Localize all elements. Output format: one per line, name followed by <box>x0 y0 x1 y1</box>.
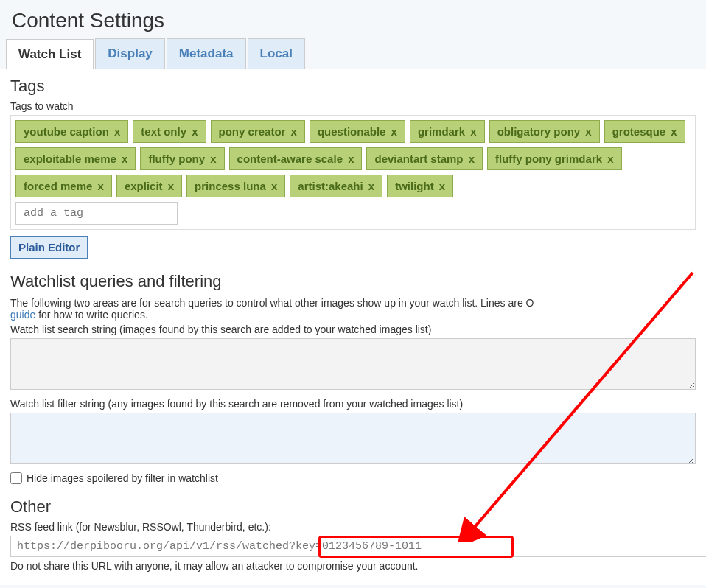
remove-tag-icon[interactable]: x <box>368 180 374 192</box>
remove-tag-icon[interactable]: x <box>114 125 120 138</box>
desc-prefix: The following two areas are for search q… <box>10 297 534 309</box>
remove-tag-icon[interactable]: x <box>348 153 354 165</box>
tabs-bar: Watch List Display Metadata Local <box>6 38 700 69</box>
remove-tag-icon[interactable]: x <box>271 180 277 192</box>
remove-tag-icon[interactable]: x <box>439 180 445 192</box>
tag-chip[interactable]: explicit x <box>116 175 182 197</box>
watch-filter-string-input[interactable] <box>10 413 696 464</box>
tab-display[interactable]: Display <box>95 38 164 69</box>
tag-chip[interactable]: fluffy pony x <box>140 147 224 170</box>
tag-chip[interactable]: content-aware scale x <box>229 147 363 170</box>
tag-chip[interactable]: fluffy pony grimdark x <box>487 147 622 170</box>
add-tag-input[interactable] <box>15 202 178 225</box>
remove-tag-icon[interactable]: x <box>470 125 476 138</box>
remove-tag-icon[interactable]: x <box>391 125 397 138</box>
tag-chip[interactable]: deviantart stamp x <box>366 147 483 170</box>
rss-label: RSS feed link (for Newsblur, RSSOwl, Thu… <box>10 521 696 533</box>
remove-tag-icon[interactable]: x <box>168 180 174 192</box>
search-string-label: Watch list search string (images found b… <box>10 323 696 335</box>
remove-tag-icon[interactable]: x <box>122 153 127 165</box>
tag-chip[interactable]: forced meme x <box>15 175 112 197</box>
remove-tag-icon[interactable]: x <box>192 125 198 138</box>
tag-chip[interactable]: obligatory pony x <box>489 120 600 143</box>
tag-chip[interactable]: artist:akeahi x <box>290 175 382 197</box>
hide-spoilered-row: Hide images spoilered by filter in watch… <box>10 472 696 484</box>
tag-chip[interactable]: youtube caption x <box>15 120 128 143</box>
page-title: Content Settings <box>0 0 706 38</box>
other-heading: Other <box>10 490 696 519</box>
tag-editor-area: youtube caption xtext only xpony creator… <box>10 115 696 230</box>
remove-tag-icon[interactable]: x <box>469 153 475 165</box>
tags-heading: Tags <box>10 69 696 99</box>
tab-local[interactable]: Local <box>248 38 305 69</box>
remove-tag-icon[interactable]: x <box>585 125 591 138</box>
tag-chip[interactable]: princess luna x <box>186 175 285 197</box>
watch-search-string-input[interactable] <box>10 338 696 390</box>
queries-description: The following two areas are for search q… <box>10 297 696 321</box>
tag-chip[interactable]: text only x <box>133 120 206 143</box>
tag-chip[interactable]: twilight x <box>387 175 453 197</box>
tags-to-watch-label: Tags to watch <box>10 100 696 112</box>
remove-tag-icon[interactable]: x <box>671 125 677 138</box>
queries-heading: Watchlist queries and filtering <box>10 265 696 294</box>
remove-tag-icon[interactable]: x <box>291 125 297 138</box>
tag-chip[interactable]: questionable x <box>310 120 405 143</box>
hide-spoilered-label: Hide images spoilered by filter in watch… <box>27 472 218 484</box>
desc-suffix: for how to write queries. <box>35 309 148 321</box>
tag-chip[interactable]: grimdark x <box>410 120 485 143</box>
guide-link[interactable]: guide <box>10 309 35 321</box>
tab-metadata[interactable]: Metadata <box>167 38 246 69</box>
hide-spoilered-checkbox[interactable] <box>10 472 22 484</box>
remove-tag-icon[interactable]: x <box>210 153 216 165</box>
plain-editor-button[interactable]: Plain Editor <box>10 236 88 259</box>
remove-tag-icon[interactable]: x <box>98 180 104 192</box>
rss-feed-input[interactable] <box>10 536 706 557</box>
tag-chip[interactable]: exploitable meme x <box>15 147 136 170</box>
remove-tag-icon[interactable]: x <box>607 153 613 165</box>
tab-watch-list[interactable]: Watch List <box>6 39 94 69</box>
tag-chip[interactable]: pony creator x <box>211 120 305 143</box>
tab-content: Tags Tags to watch youtube caption xtext… <box>0 69 706 585</box>
tag-chip[interactable]: grotesque x <box>604 120 685 143</box>
filter-string-label: Watch list filter string (any images fou… <box>10 398 696 410</box>
rss-warning: Do not share this URL with anyone, it ma… <box>10 560 696 572</box>
